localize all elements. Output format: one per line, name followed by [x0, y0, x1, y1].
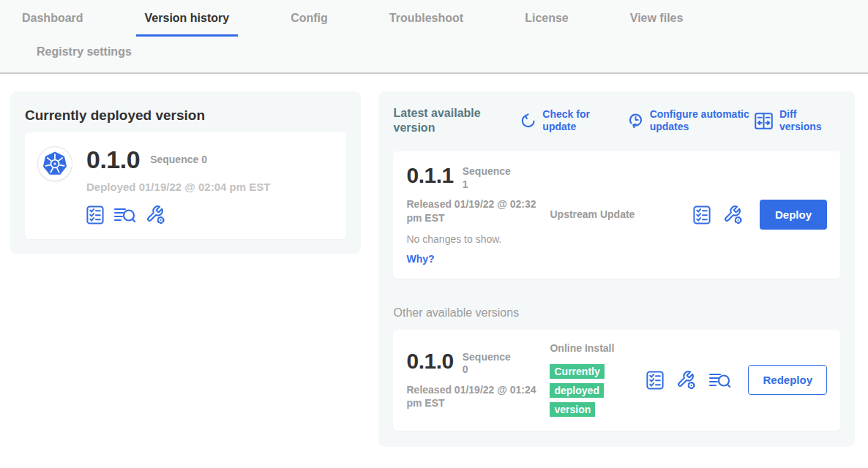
preflight-checks-icon[interactable]: [86, 205, 104, 224]
check-for-update-label: Check for update: [542, 108, 604, 132]
version-history-page: Currently deployed version: [0, 74, 868, 447]
version-source: Upstream Update: [550, 208, 646, 222]
version-info: 0.1.1 Sequence 1 Released 01/19/22 @ 02:…: [406, 165, 544, 265]
latest-available-title: Latest available version: [393, 106, 495, 135]
version-info: 0.1.0 Sequence 0 Released 01/19/22 @ 01:…: [406, 350, 544, 411]
tab-troubleshoot[interactable]: Troubleshoot: [381, 3, 472, 37]
app-navbar: Dashboard Version history Config Trouble…: [0, 0, 868, 74]
configure-automatic-updates-link[interactable]: Configure automatic updates: [628, 108, 755, 132]
released-timestamp: Released 01/19/22 @ 02:32 pm EST: [406, 197, 544, 225]
deployed-version-row: 0.1.0 Sequence 0 Deployed 01/19/22 @ 02:…: [25, 132, 346, 239]
other-version-row: 0.1.0 Sequence 0 Released 01/19/22 @ 01:…: [393, 330, 840, 431]
version-source: Online Install: [550, 341, 646, 356]
refresh-icon: [520, 113, 536, 129]
why-link[interactable]: Why?: [406, 253, 434, 265]
tab-version-history[interactable]: Version history: [136, 3, 239, 37]
version-actions: Redeploy: [646, 365, 827, 395]
edit-config-icon[interactable]: [146, 205, 165, 224]
edit-config-icon[interactable]: [676, 370, 696, 390]
other-available-versions-title: Other available versions: [393, 306, 840, 320]
currently-deployed-title: Currently deployed version: [25, 107, 346, 124]
secondary-tabs: Registry settings: [0, 37, 868, 72]
version-source-column: Upstream Update: [550, 208, 646, 222]
kubernetes-logo-icon: [38, 147, 72, 181]
diff-icon: [755, 113, 773, 129]
currently-deployed-badge: Currently deployed version: [550, 364, 604, 417]
deployed-timestamp: Deployed 01/19/22 @ 02:04 pm EST: [86, 181, 270, 193]
latest-version-row: 0.1.1 Sequence 1 Released 01/19/22 @ 02:…: [393, 151, 840, 279]
diff-versions-label: Diff versions: [779, 108, 840, 132]
currently-deployed-card: Currently deployed version: [10, 91, 361, 254]
deploy-logs-icon[interactable]: [113, 205, 136, 224]
deployed-version-number: 0.1.0: [86, 147, 140, 172]
deployed-version-details: 0.1.0 Sequence 0 Deployed 01/19/22 @ 02:…: [86, 147, 270, 224]
deployed-sequence-label: Sequence 0: [150, 154, 207, 165]
redeploy-button[interactable]: Redeploy: [748, 365, 827, 395]
check-for-update-link[interactable]: Check for update: [520, 108, 604, 132]
sequence-label: Sequence 1: [463, 165, 514, 191]
tab-view-files[interactable]: View files: [621, 3, 692, 37]
tab-dashboard[interactable]: Dashboard: [13, 3, 92, 37]
changes-note: No changes to show.: [406, 233, 544, 245]
version-number: 0.1.1: [406, 165, 453, 186]
tab-registry-settings[interactable]: Registry settings: [37, 41, 868, 63]
latest-available-card: Latest available version Check for updat…: [378, 91, 855, 447]
latest-available-header: Latest available version Check for updat…: [393, 106, 840, 135]
diff-versions-link[interactable]: Diff versions: [755, 108, 840, 132]
version-number: 0.1.0: [406, 350, 453, 372]
deploy-button[interactable]: Deploy: [760, 200, 827, 230]
configure-automatic-updates-label: Configure automatic updates: [650, 108, 755, 132]
version-actions: Deploy: [693, 200, 827, 230]
sequence-label: Sequence 0: [463, 351, 514, 377]
preflight-checks-icon[interactable]: [693, 205, 711, 224]
released-timestamp: Released 01/19/22 @ 01:24 pm EST: [406, 383, 544, 411]
preflight-checks-icon[interactable]: [646, 371, 664, 390]
version-source-column: Online Install Currently deployed versio…: [550, 341, 646, 419]
tab-license[interactable]: License: [516, 3, 577, 37]
primary-tabs: Dashboard Version history Config Trouble…: [0, 3, 868, 37]
auto-update-icon: [628, 113, 643, 129]
edit-config-icon[interactable]: [723, 205, 743, 224]
tab-config[interactable]: Config: [282, 3, 337, 37]
deploy-logs-icon[interactable]: [708, 371, 731, 390]
